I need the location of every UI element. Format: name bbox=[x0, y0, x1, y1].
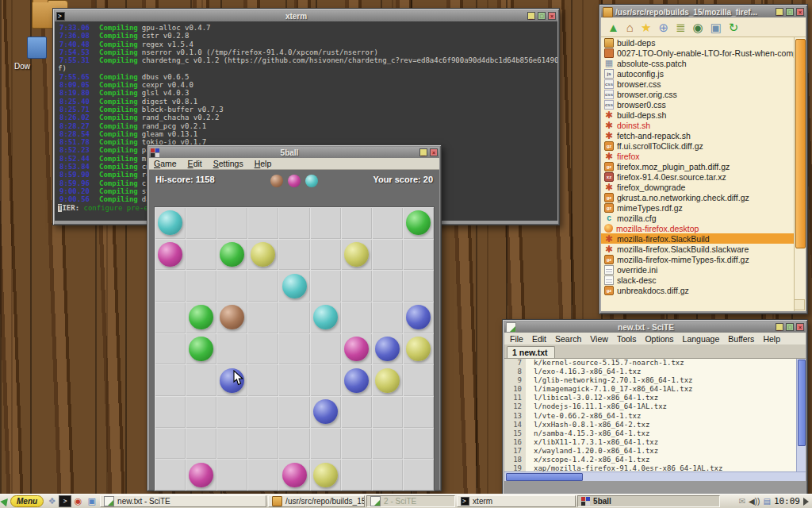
ball-yellow[interactable] bbox=[344, 242, 369, 267]
scrollbar-thumb[interactable] bbox=[506, 473, 583, 481]
scrollbar-thumb[interactable] bbox=[795, 39, 806, 248]
file-row[interactable]: ✱firefox bbox=[601, 151, 795, 161]
close-button[interactable]: × bbox=[430, 148, 438, 156]
file-row[interactable]: gzunbreakdocs.diff.gz bbox=[601, 285, 795, 295]
file-row[interactable]: gzff.ui.scrollToClick.diff.gz bbox=[601, 140, 795, 151]
refresh-icon[interactable]: ↻ bbox=[729, 21, 739, 33]
game-board[interactable] bbox=[154, 206, 435, 491]
minimize-button[interactable]: ▁ bbox=[527, 12, 535, 20]
board-cell[interactable] bbox=[310, 270, 341, 302]
file-row[interactable]: mozilla-firefox.desktop bbox=[601, 223, 795, 233]
taskbar-task[interactable]: 2 - SciTE bbox=[366, 495, 455, 507]
menu-tools[interactable]: Tools bbox=[617, 334, 637, 344]
board-cell[interactable] bbox=[186, 364, 216, 396]
up-icon[interactable]: ▲ bbox=[607, 21, 619, 33]
scite-vscrollbar[interactable] bbox=[796, 359, 806, 471]
board-cell[interactable] bbox=[155, 364, 186, 396]
board-cell[interactable] bbox=[278, 302, 309, 333]
file-row[interactable]: cssbrowser0.css bbox=[601, 99, 795, 110]
board-cell[interactable] bbox=[372, 459, 403, 491]
file-row[interactable]: gzgkrust.a.no.networking.check.diff.gz bbox=[601, 192, 795, 202]
ball-blue[interactable] bbox=[220, 368, 244, 393]
board-cell[interactable] bbox=[216, 396, 247, 428]
board-cell[interactable] bbox=[155, 459, 186, 491]
menu-search[interactable]: Search bbox=[555, 334, 581, 344]
xterm-titlebar[interactable]: > xterm ▁ □ × bbox=[55, 10, 557, 21]
board-cell[interactable] bbox=[247, 333, 278, 365]
menu-settings[interactable]: Settings bbox=[213, 159, 243, 168]
board-cell[interactable] bbox=[372, 428, 403, 460]
board-cell[interactable] bbox=[310, 207, 341, 239]
ball-cyan[interactable] bbox=[313, 305, 338, 329]
file-row[interactable]: gzmimeTypes.rdf.gz bbox=[601, 202, 795, 213]
file-row[interactable]: gzmozilla-firefox-mimeTypes-fix.diff.gz bbox=[601, 254, 795, 264]
scite-titlebar[interactable]: new.txt - SciTE ▁ □ × bbox=[504, 321, 806, 333]
board-cell[interactable] bbox=[341, 428, 372, 460]
board-cell[interactable] bbox=[186, 428, 216, 460]
filemanager-scrollbar[interactable] bbox=[794, 37, 806, 311]
board-cell[interactable] bbox=[186, 396, 216, 428]
ball-yellow[interactable] bbox=[375, 368, 400, 393]
file-row[interactable]: xzfirefox-91.4.0esr.source.tar.xz bbox=[601, 171, 795, 182]
zoom-icon[interactable]: ⊕ bbox=[658, 21, 668, 33]
board-cell[interactable] bbox=[278, 396, 309, 428]
close-button[interactable]: × bbox=[548, 12, 556, 20]
tab-new-txt[interactable]: 1 new.txt bbox=[507, 346, 555, 358]
file-row[interactable]: 0027-LTO-Only-enable-LTO-for-Rust-when-c… bbox=[601, 48, 795, 58]
ball-green[interactable] bbox=[189, 337, 213, 361]
filemanager-titlebar[interactable]: /usr/src/repo/builds_15/mozilla_firef...… bbox=[601, 6, 806, 17]
board-cell[interactable] bbox=[155, 270, 186, 302]
board-cell[interactable] bbox=[403, 459, 434, 491]
minimize-button[interactable]: ▁ bbox=[776, 8, 783, 16]
ball-blue[interactable] bbox=[313, 399, 338, 424]
minimize-button[interactable]: ▁ bbox=[776, 323, 783, 331]
file-row[interactable]: override.ini bbox=[601, 264, 795, 275]
file-row[interactable]: ✱mozilla-firefox.SlackBuild bbox=[601, 233, 795, 244]
board-cell[interactable] bbox=[186, 239, 216, 271]
board-cell[interactable] bbox=[155, 333, 186, 365]
menu-help[interactable]: Help bbox=[763, 334, 780, 344]
ball-blue[interactable] bbox=[344, 368, 369, 393]
ball-magenta[interactable] bbox=[158, 242, 182, 267]
file-row[interactable]: cssbrowser.css bbox=[601, 79, 795, 89]
board-cell[interactable] bbox=[278, 428, 309, 460]
board-cell[interactable] bbox=[216, 270, 247, 302]
menu-view[interactable]: View bbox=[590, 334, 608, 344]
board-cell[interactable] bbox=[403, 396, 434, 428]
terminal-icon[interactable]: > bbox=[59, 495, 71, 507]
scite-hscrollbar[interactable] bbox=[504, 471, 806, 481]
menu-edit[interactable]: Edit bbox=[532, 334, 546, 344]
board-cell[interactable] bbox=[278, 364, 309, 396]
browser-icon[interactable]: ◉ bbox=[71, 495, 85, 507]
board-cell[interactable] bbox=[372, 302, 403, 333]
board-cell[interactable] bbox=[216, 428, 247, 460]
maximize-button[interactable]: □ bbox=[538, 12, 546, 20]
ball-magenta[interactable] bbox=[344, 337, 369, 361]
board-cell[interactable] bbox=[278, 333, 309, 365]
board-cell[interactable] bbox=[310, 428, 341, 460]
board-cell[interactable] bbox=[247, 364, 278, 396]
folder-view-icon[interactable]: ▣ bbox=[710, 21, 722, 33]
board-cell[interactable] bbox=[341, 459, 372, 491]
file-row[interactable]: cmozilla.cfg bbox=[601, 213, 795, 223]
menu-buffers[interactable]: Buffers bbox=[728, 334, 754, 344]
board-cell[interactable] bbox=[216, 333, 247, 365]
close-button[interactable]: × bbox=[796, 8, 804, 16]
menu-help[interactable]: Help bbox=[255, 159, 272, 168]
board-cell[interactable] bbox=[155, 302, 186, 333]
board-cell[interactable] bbox=[216, 207, 247, 239]
file-row[interactable]: ✱build-deps.sh bbox=[601, 110, 795, 120]
volume-icon[interactable]: ◀)) bbox=[749, 498, 760, 506]
board-cell[interactable] bbox=[310, 333, 341, 365]
menu-edit[interactable]: Edit bbox=[188, 159, 202, 168]
board-cell[interactable] bbox=[247, 459, 278, 491]
board-cell[interactable] bbox=[310, 364, 341, 396]
file-row[interactable]: ✱mozilla-firefox.SlackBuild.slackware bbox=[601, 244, 795, 254]
ball-yellow[interactable] bbox=[313, 463, 338, 487]
ball-yellow[interactable] bbox=[406, 337, 431, 361]
taskbar-task[interactable]: 5ball bbox=[577, 495, 720, 507]
file-row[interactable]: gzfirefox.moz_plugin_path.diff.gz bbox=[601, 161, 795, 171]
folder-icon[interactable]: ▣ bbox=[85, 495, 98, 507]
board-cell[interactable] bbox=[216, 459, 247, 491]
board-cell[interactable] bbox=[186, 207, 216, 239]
